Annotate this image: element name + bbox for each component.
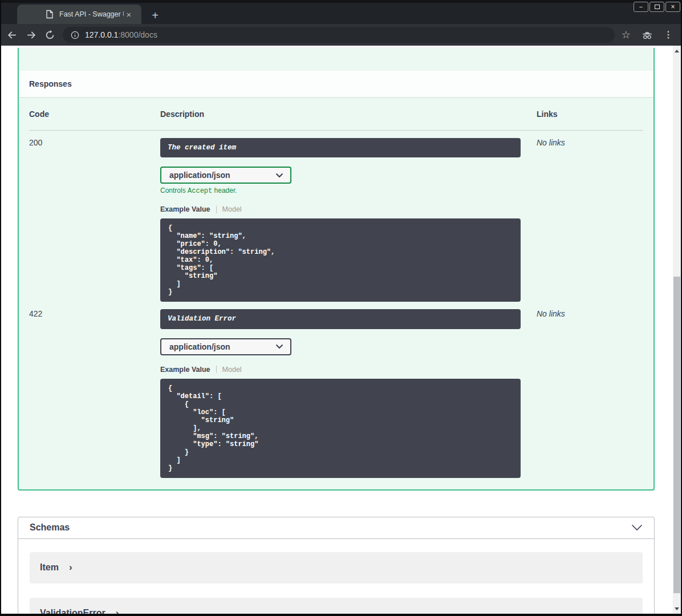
chevron-right-icon: ›: [116, 608, 119, 614]
browser-titlebar: Fast API - Swagger UI × + − ×: [0, 0, 682, 24]
page-content: Responses Code Description Links 200 The…: [1, 46, 673, 614]
tab-divider: [216, 206, 217, 213]
example-json-code: { "name": "string", "price": 0, "descrip…: [168, 224, 513, 296]
tab-example-value[interactable]: Example Value: [160, 205, 210, 213]
chevron-down-icon: [275, 173, 283, 178]
scrollbar-down-button[interactable]: [673, 605, 681, 613]
bookmark-star-icon[interactable]: ☆: [622, 30, 631, 40]
window-border-bottom: [0, 614, 682, 616]
response-links: No links: [537, 138, 643, 302]
responses-table-head: Code Description Links: [29, 110, 643, 131]
example-json-code: { "detail": [ { "loc": [ "string" ], "ms…: [168, 384, 513, 472]
reload-button[interactable]: [43, 28, 56, 42]
tab-title: Fast API - Swagger UI: [59, 10, 124, 18]
minimize-button[interactable]: −: [634, 2, 648, 12]
toolbar-actions: ☆ ⋮: [622, 29, 673, 40]
accept-header-hint: Controls Accept header.: [160, 187, 537, 195]
model-item[interactable]: Item ›: [30, 552, 643, 583]
window-border-left: [0, 0, 1, 616]
hint-suffix: header.: [212, 187, 237, 194]
chevron-right-icon: ›: [69, 562, 72, 572]
triangle-down-icon: [675, 607, 679, 610]
site-info-icon[interactable]: [71, 31, 79, 39]
tab-model[interactable]: Model: [222, 366, 242, 374]
reload-icon: [44, 30, 55, 40]
chevron-down-icon: [275, 344, 283, 349]
back-arrow-icon: [7, 30, 18, 40]
maximize-button[interactable]: [649, 2, 664, 12]
responses-panel: Responses Code Description Links 200 The…: [18, 48, 655, 491]
response-description-block: Validation Error: [160, 309, 521, 329]
browser-menu-icon[interactable]: ⋮: [664, 30, 673, 39]
responses-section-header: Responses: [19, 71, 653, 97]
column-header-description: Description: [160, 110, 537, 119]
forward-button[interactable]: [24, 28, 38, 42]
response-description-cell: The created item application/json Contro…: [160, 138, 537, 302]
url-path: :8000/docs: [118, 30, 157, 39]
media-type-value: application/json: [169, 342, 230, 351]
browser-tab[interactable]: Fast API - Swagger UI ×: [17, 5, 141, 24]
schemas-header[interactable]: Schemas: [18, 517, 654, 539]
model-name: ValidationError: [40, 608, 105, 614]
tab-close-icon[interactable]: ×: [124, 9, 134, 19]
browser-chrome: Fast API - Swagger UI × + − × 127.0.0.1:…: [0, 0, 682, 46]
tab-model[interactable]: Model: [222, 205, 242, 213]
responses-title: Responses: [29, 79, 72, 88]
page-favicon-icon: [46, 10, 54, 19]
media-type-value: application/json: [169, 171, 230, 180]
url-host: 127.0.0.1: [85, 30, 118, 39]
example-json-block: { "name": "string", "price": 0, "descrip…: [160, 218, 521, 302]
maximize-icon: [655, 5, 660, 9]
new-tab-button[interactable]: +: [148, 9, 162, 22]
hint-accept-code: Accept: [188, 187, 212, 195]
response-description-cell: Validation Error application/json Exampl…: [160, 309, 537, 477]
example-model-tabs: Example Value Model: [160, 205, 537, 213]
responses-table: Code Description Links 200 The created i…: [19, 97, 653, 489]
window-controls: − ×: [634, 2, 680, 12]
model-name: Item: [40, 562, 59, 573]
column-header-links: Links: [537, 110, 643, 119]
incognito-icon: [641, 29, 653, 40]
tab-example-value[interactable]: Example Value: [160, 366, 210, 374]
chevron-down-icon[interactable]: [631, 524, 643, 531]
scrollbar-up-button[interactable]: [673, 47, 681, 55]
close-window-button[interactable]: ×: [665, 2, 680, 12]
example-json-block: { "detail": [ { "loc": [ "string" ], "ms…: [160, 379, 521, 478]
triangle-up-icon: [675, 50, 679, 52]
back-button[interactable]: [5, 28, 19, 42]
opblock-body-spacer: [19, 48, 653, 71]
response-links: No links: [537, 309, 643, 477]
table-row-422: 422 Validation Error application/json Ex…: [29, 302, 643, 477]
model-validationerror[interactable]: ValidationError ›: [30, 598, 643, 614]
schemas-title: Schemas: [30, 522, 70, 533]
scrollbar-thumb[interactable]: [673, 277, 680, 593]
browser-toolbar: 127.0.0.1:8000/docs ☆ ⋮: [0, 24, 682, 46]
response-description-block: The created item: [160, 138, 521, 157]
schemas-panel: Schemas Item › ValidationError ›: [18, 517, 655, 614]
column-header-code: Code: [29, 110, 160, 119]
url-text: 127.0.0.1:8000/docs: [85, 30, 157, 39]
response-code: 200: [29, 138, 160, 302]
tab-divider: [216, 366, 217, 373]
example-model-tabs: Example Value Model: [160, 366, 537, 374]
address-bar[interactable]: 127.0.0.1:8000/docs: [63, 27, 615, 43]
schemas-models: Item › ValidationError ›: [18, 539, 654, 614]
forward-arrow-icon: [26, 30, 36, 40]
table-row-200: 200 The created item application/json Co…: [29, 131, 643, 302]
hint-prefix: Controls: [160, 187, 188, 194]
media-type-select[interactable]: application/json: [160, 338, 291, 355]
response-code: 422: [29, 309, 160, 477]
vertical-scrollbar[interactable]: [673, 46, 681, 614]
media-type-select[interactable]: application/json: [160, 167, 291, 184]
